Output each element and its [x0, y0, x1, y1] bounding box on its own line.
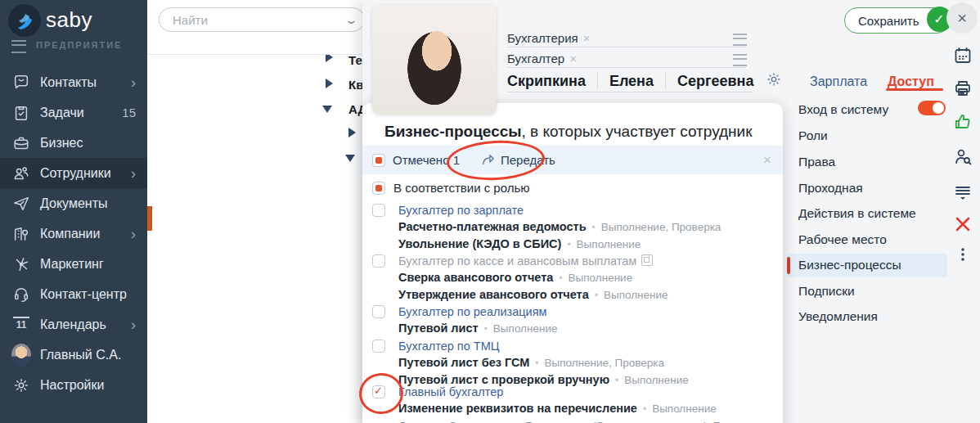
list-filter-icon[interactable] [952, 181, 973, 202]
sidebar-item-settings[interactable]: Настройки [0, 370, 147, 400]
print-icon[interactable] [952, 78, 973, 99]
active-menu-bar [787, 257, 790, 274]
menu-item-entrance[interactable]: Проходная [798, 181, 863, 196]
transfer-button[interactable]: Передать [481, 153, 555, 167]
person-search-icon[interactable] [952, 146, 973, 167]
briefcase-icon [11, 133, 31, 153]
sidebar-item-marketing[interactable]: Маркетинг [0, 249, 147, 279]
companies-icon [11, 224, 31, 244]
more-dots-icon[interactable] [952, 244, 973, 265]
sidebar-item-companies[interactable]: Компании › [0, 218, 147, 249]
role-link[interactable]: Бухгалтер по реализациям [398, 305, 546, 318]
chevron-right-icon: › [131, 226, 136, 241]
chevron-right-icon: › [131, 165, 136, 181]
menu-item-login[interactable]: Вход в систему [798, 102, 888, 117]
collapse-icon[interactable] [345, 155, 355, 162]
sidebar-item-tasks[interactable]: Задачи 15 [0, 97, 147, 128]
position-field[interactable]: Бухгалтер [507, 49, 746, 68]
for-whom-label: Для кого: Отдел кадров, Бухгалтерия (Сво… [398, 420, 786, 423]
tasks-icon [11, 103, 31, 123]
role-link: Бухгалтер по кассе и авансовым выплатам [398, 254, 636, 268]
app-window: Технологии и маркетингЧе КвестаУварова М… [0, 0, 980, 423]
gear-icon [11, 376, 31, 395]
chevron-right-icon: › [131, 317, 136, 332]
selection-bar: Отмечено 1 Передать [362, 146, 783, 174]
menu-item-workplace[interactable]: Рабочее место [798, 232, 887, 247]
chevron-down-icon[interactable]: ⌄ [344, 14, 358, 26]
product-label: ПРЕДПРИЯТИЕ [36, 40, 122, 50]
middle-name-field[interactable]: Сергеевна [677, 73, 753, 90]
remove-chip-icon[interactable] [569, 52, 577, 65]
sidebar-item-documents[interactable]: Документы [0, 188, 147, 218]
sidebar-item-profile[interactable]: Главный С.А. [0, 340, 147, 370]
process-group: Бухгалтер по реализациям Путевой листВып… [372, 304, 557, 337]
process-group: Бухгалтер по зарплате Расчетно-платежная… [372, 202, 721, 253]
menu-item-roles[interactable]: Роли [798, 128, 828, 143]
process-group: Бухгалтер по ТМЦ Путевой лист без ГСМВып… [372, 338, 689, 389]
role-link[interactable]: Главный бухгалтер [398, 385, 503, 398]
expand-icon[interactable] [348, 128, 356, 137]
search-input-wrap: ⌄ [159, 7, 365, 32]
role-checkbox[interactable] [372, 305, 385, 318]
reorder-icon[interactable] [733, 34, 747, 46]
process-group: Главный бухгалтер Изменение реквизитов н… [372, 384, 786, 423]
brand-name[interactable]: saby [46, 7, 92, 33]
menu-item-actions[interactable]: Действия в системе [798, 206, 916, 221]
close-selection-icon[interactable] [763, 152, 771, 169]
sidebar-item-calendar[interactable]: 11 Календарь › [0, 309, 147, 340]
department-field[interactable]: Бухгалтерия [507, 29, 746, 47]
tab-salary[interactable]: Зарплата [810, 74, 867, 89]
chat-icon [11, 73, 31, 92]
sidebar-item-business[interactable]: Бизнес [0, 128, 147, 158]
role-checkbox-checked[interactable] [372, 385, 385, 398]
menu-item-business-processes[interactable]: Бизнес-процессы [798, 258, 901, 272]
sidebar-item-contacts[interactable]: Контакты › [0, 67, 147, 97]
remove-chip-icon[interactable] [583, 31, 591, 45]
right-toolbar: × [945, 0, 980, 423]
first-name-field[interactable]: Елена [609, 73, 654, 90]
role-checkbox[interactable] [372, 204, 385, 217]
role-checkbox[interactable] [372, 340, 385, 353]
expand-icon[interactable] [326, 79, 333, 88]
sidebar-item-contact-center[interactable]: Контакт-центр [0, 279, 147, 309]
menu-item-subscriptions[interactable]: Подписки [798, 284, 855, 299]
login-toggle[interactable] [918, 101, 946, 115]
select-all-checkbox[interactable] [372, 154, 385, 167]
employee-photo[interactable] [372, 5, 497, 115]
scroll-position-marker [147, 206, 152, 231]
by-role-checkbox[interactable] [372, 182, 385, 195]
delete-icon[interactable] [952, 214, 973, 235]
documents-icon [11, 194, 31, 214]
saby-logo-icon[interactable] [8, 4, 41, 37]
org-tree-panel: Технологии и маркетингЧе КвестаУварова М… [147, 0, 384, 423]
headset-icon [11, 285, 31, 304]
by-role-row[interactable]: В соответствии с ролью [372, 181, 530, 195]
search-input[interactable] [171, 12, 347, 28]
selected-count-label: Отмечено 1 [393, 153, 460, 167]
role-link[interactable]: Бухгалтер по ТМЦ [398, 340, 499, 353]
divider [507, 92, 753, 92]
marketing-icon [11, 254, 31, 274]
menu-item-notifications[interactable]: Уведомления [798, 309, 878, 324]
hamburger-icon[interactable] [11, 40, 26, 53]
calendar-11-icon: 11 [11, 315, 31, 335]
gear-icon[interactable] [766, 71, 782, 91]
close-icon[interactable]: × [946, 2, 978, 34]
process-group: Бухгалтер по кассе и авансовым выплатам … [372, 253, 668, 304]
calendar-icon[interactable] [952, 45, 973, 66]
tab-access[interactable]: Доступ [888, 74, 934, 89]
thumbs-up-icon[interactable] [952, 111, 973, 133]
menu-item-rights[interactable]: Права [798, 155, 835, 169]
last-name-field[interactable]: Скрипкина [507, 73, 586, 90]
tasks-count-badge: 15 [122, 106, 136, 119]
role-link[interactable]: Бухгалтер по зарплате [398, 204, 524, 217]
app-sidebar: saby ПРЕДПРИЯТИЕ Контакты › Задачи 15 Би… [0, 0, 147, 423]
sidebar-item-employees[interactable]: Сотрудники › [0, 158, 147, 188]
org-structure-icon [641, 254, 653, 266]
reorder-icon[interactable] [733, 54, 747, 66]
tree-search-header: ⌄ [147, 0, 384, 55]
active-tab-indicator [886, 88, 943, 91]
collapse-icon[interactable] [322, 106, 332, 113]
save-button[interactable]: Сохранить ✓ [844, 7, 950, 34]
role-checkbox[interactable] [372, 254, 385, 268]
